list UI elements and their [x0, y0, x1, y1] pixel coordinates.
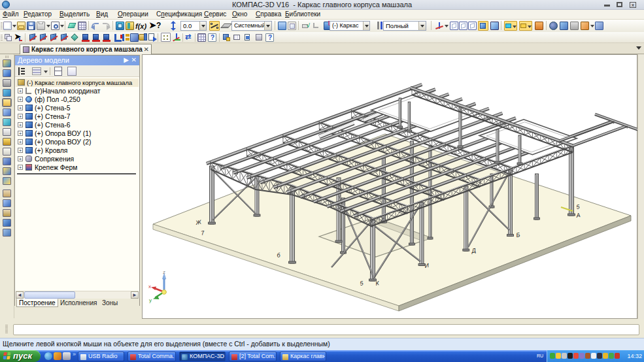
svg-text:z: z [163, 269, 165, 275]
svg-text:x: x [148, 284, 151, 289]
svg-text:y: y [149, 297, 152, 303]
